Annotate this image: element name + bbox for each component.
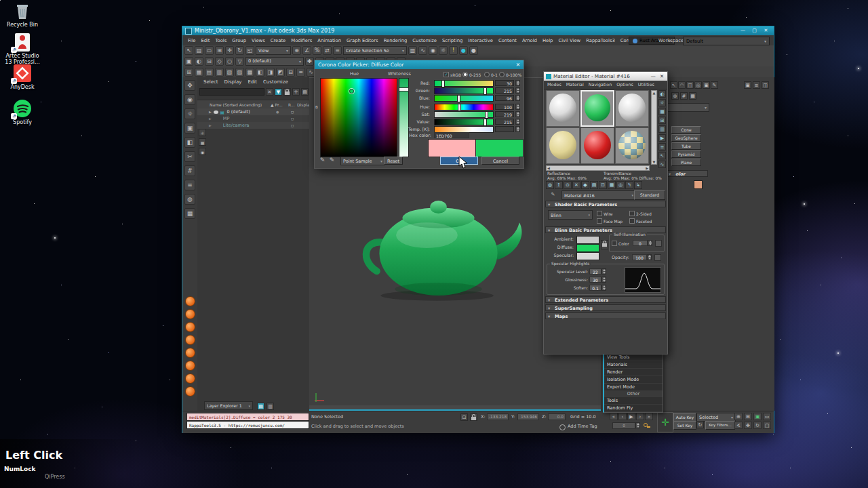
tool-icon[interactable]: ▧ (225, 68, 234, 77)
menu-item[interactable]: RappaTools3 (583, 38, 618, 43)
faceted-checkbox[interactable]: Faceted (629, 218, 652, 224)
close-icon[interactable]: ✕ (516, 62, 520, 68)
video-color-check-icon[interactable]: ▥ (658, 125, 666, 133)
z-coordinate-field[interactable]: 0.0 (548, 413, 566, 420)
layers-icon[interactable]: ▤ (301, 88, 309, 96)
put-to-scene-icon[interactable]: ↥ (555, 181, 563, 189)
tool-icon[interactable]: ◨ (266, 68, 275, 77)
minimize-button[interactable]: — (651, 73, 656, 79)
key-filters-button[interactable]: Key Filters... (705, 421, 735, 430)
range-100-radio[interactable]: 0-100% (499, 72, 521, 77)
layer-explorer-tab[interactable]: Layer Explorer 1 (204, 401, 253, 410)
tool-icon[interactable]: ▥ (215, 68, 224, 77)
reset-button[interactable]: Reset (384, 157, 403, 165)
render-toggle-icon[interactable]: ● (276, 110, 279, 114)
hue-value[interactable]: 100 (495, 104, 514, 110)
material-name-select[interactable]: Material #416 (561, 190, 636, 200)
percent-snap-icon[interactable]: % (313, 46, 321, 55)
close-button[interactable]: ✕ (660, 73, 664, 79)
ambient-color-swatch[interactable] (576, 236, 599, 244)
specular-color-swatch[interactable] (576, 252, 599, 260)
select-by-name-icon[interactable]: ▤ (195, 46, 203, 55)
angle-snap-icon[interactable]: ∠ (302, 46, 311, 55)
quad-menu-item[interactable]: Tools (604, 397, 663, 405)
table-row[interactable]: ▶ Lite/camera ◻ (197, 122, 309, 129)
opacity-value[interactable]: 100 (632, 254, 647, 260)
lock-colors-icon[interactable] (601, 240, 608, 249)
left-tool-icon[interactable]: ◍ (184, 194, 195, 205)
menu-item[interactable]: Modes (547, 82, 561, 87)
primitive-category-select[interactable] (666, 103, 709, 112)
tool-icon[interactable]: ▤ (205, 68, 214, 77)
zoom-icon[interactable]: ⊕ (734, 413, 743, 420)
quad-menu-item[interactable]: View Tools (604, 354, 663, 361)
modify-tab-icon[interactable]: ◠ (678, 81, 686, 89)
tool-icon[interactable]: ⊞ (184, 68, 193, 77)
rappatools-button[interactable] (185, 322, 195, 332)
grid-toggle-icon[interactable]: ⊟ (205, 57, 214, 66)
slots-vertical-scrollbar[interactable]: ▲▼ (651, 90, 657, 165)
expand-icon[interactable]: ▶ (209, 110, 212, 114)
use-center-icon[interactable]: ○ (225, 57, 234, 66)
display-filter-icon[interactable]: ▦ (199, 138, 206, 146)
sample-tiling-icon[interactable]: ⊞ (658, 117, 666, 124)
explorer-view-icon[interactable]: ▥ (267, 403, 274, 410)
explorer-menu-item[interactable]: Customize (263, 79, 288, 85)
menu-item[interactable]: File (185, 38, 198, 43)
axis-constraint-icon[interactable]: ▽ (235, 57, 244, 66)
lock-icon[interactable] (283, 88, 291, 96)
snap-toggle-icon[interactable]: ⊕ (292, 46, 301, 55)
menu-item[interactable]: Edit (198, 38, 212, 43)
selection-lock-icon[interactable]: ▣ (184, 57, 193, 66)
sample-slot-white[interactable] (615, 90, 649, 127)
select-object-icon[interactable]: ↖ (184, 46, 193, 55)
tool-icon[interactable]: ◩ (276, 68, 285, 77)
desktop-icon-recycle-bin[interactable]: Recycle Bin (0, 1, 45, 28)
menu-item[interactable]: Graph Editors (344, 38, 381, 43)
left-tool-icon[interactable]: ◧ (184, 137, 195, 148)
layer-explorer-icon[interactable]: ▥ (408, 46, 417, 55)
make-preview-icon[interactable]: ▶ (658, 134, 666, 142)
isolate-selection-icon[interactable]: ⊡ (460, 413, 468, 421)
material-type-button[interactable]: Standard (634, 190, 665, 200)
scale-icon[interactable]: ◱ (245, 46, 254, 55)
render-production-icon[interactable]: ● (459, 46, 468, 55)
go-forward-sibling-icon[interactable]: ↳ (634, 181, 642, 189)
primitive-button[interactable]: Tube (671, 142, 701, 150)
motion-tab-icon[interactable]: ◎ (694, 81, 702, 89)
primitive-button[interactable]: Cone (671, 126, 701, 134)
left-tool-icon[interactable]: ✥ (184, 80, 195, 91)
supersampling-rollout[interactable]: SuperSampling (545, 304, 666, 311)
previous-frame-icon[interactable]: ‹ (618, 413, 627, 420)
explorer-menu-item[interactable]: Select (203, 79, 218, 85)
rappatools-button[interactable] (185, 335, 195, 345)
current-frame-field[interactable]: 0 (612, 422, 635, 429)
pick-icon[interactable]: ✛ (292, 88, 300, 96)
quad-menu-item[interactable]: Render (604, 369, 663, 376)
rappatools-button[interactable] (185, 361, 195, 371)
make-unique-icon[interactable]: ◆ (581, 181, 589, 189)
hue-spinner[interactable] (515, 104, 520, 110)
rect-selection-icon[interactable]: ▭ (205, 46, 214, 55)
put-to-library-icon[interactable]: ▤ (590, 181, 598, 189)
options-icon[interactable]: ≡ (658, 143, 666, 150)
assign-material-icon[interactable]: ⊙ (564, 181, 572, 189)
green-slider[interactable] (434, 87, 494, 94)
menu-item[interactable]: Material (566, 82, 584, 87)
value-slider[interactable] (434, 119, 494, 125)
temperature-spinner[interactable] (515, 126, 520, 132)
self-illum-color-checkbox[interactable]: Color (612, 241, 629, 246)
clear-search-icon[interactable]: ✕ (266, 88, 273, 96)
object-color-swatch[interactable] (694, 180, 703, 189)
sample-slot-yellow[interactable] (546, 127, 580, 164)
left-tool-icon[interactable]: ✂ (184, 151, 195, 162)
quad-menu-item[interactable]: Isolation Mode (604, 376, 663, 384)
maps-rollout[interactable]: Maps (545, 312, 666, 319)
left-tool-icon[interactable]: ☼ (184, 108, 195, 119)
orbit-icon[interactable]: ↻ (753, 422, 762, 429)
menu-item[interactable]: Views (249, 38, 268, 43)
play-icon[interactable]: ▶ (627, 413, 635, 420)
tool-icon[interactable]: ⊟ (286, 68, 295, 77)
blue-spinner[interactable] (515, 95, 520, 101)
zoom-region-icon[interactable]: ▭ (763, 413, 771, 420)
